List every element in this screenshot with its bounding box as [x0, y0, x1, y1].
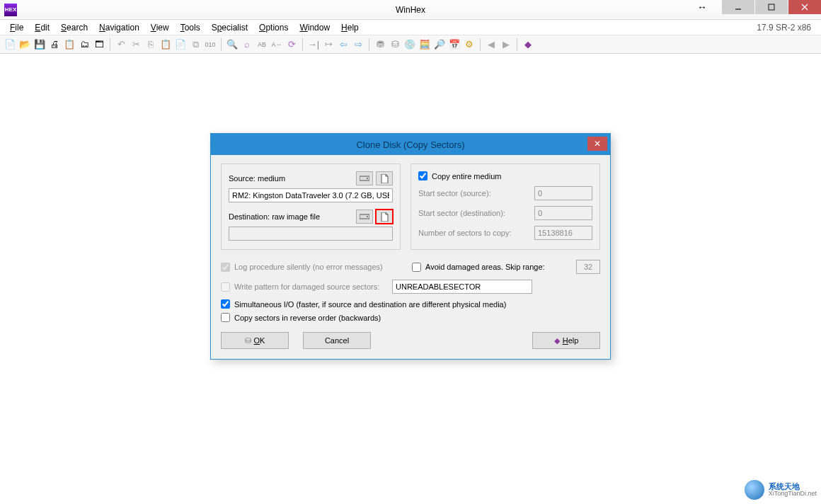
copy-entire-label: Copy entire medium [432, 172, 501, 181]
sector-range-group: Copy entire medium Start sector (source)… [411, 164, 600, 250]
write-pattern-label: Write pattern for damaged source sectors… [234, 282, 379, 291]
source-label: Source: medium [229, 174, 353, 183]
replace-hex-icon[interactable]: A↔ [270, 38, 284, 52]
toolbar-separator [480, 38, 481, 51]
clone-disk-icon[interactable]: ⛁ [388, 38, 402, 52]
start-dest-label: Start sector (destination): [418, 209, 534, 217]
properties-icon[interactable]: 📋 [62, 38, 76, 52]
source-dest-group: Source: medium Destination: raw image fi… [221, 164, 401, 250]
app-icon: HEX [4, 4, 17, 16]
undo-icon[interactable]: ↶ [114, 38, 128, 52]
menu-view[interactable]: View [145, 23, 175, 33]
help-icon[interactable]: ◆ [521, 38, 535, 52]
ok-button[interactable]: ⛁ OK [221, 332, 289, 349]
save-icon[interactable]: 💾 [33, 38, 47, 52]
source-disk-button[interactable] [356, 171, 373, 185]
disk-image-icon[interactable]: 💿 [403, 38, 417, 52]
clone-disk-dialog: Clone Disk (Copy Sectors) ✕ Source: medi… [210, 133, 611, 360]
new-file-icon[interactable]: 📄 [3, 38, 17, 52]
disk-tools-icon[interactable]: ⛃ [373, 38, 387, 52]
reverse-order-label: Copy sectors in reverse order (backwards… [234, 314, 381, 322]
source-file-button[interactable] [376, 171, 393, 185]
copy-icon[interactable]: ⎘ [144, 38, 158, 52]
app-title: WinHex [396, 5, 425, 15]
find-hex-icon[interactable]: ⌕ [240, 38, 254, 52]
menu-edit[interactable]: Edit [29, 23, 55, 33]
maximize-button[interactable] [755, 0, 788, 14]
dialog-titlebar[interactable]: Clone Disk (Copy Sectors) ✕ [211, 134, 610, 155]
back-icon[interactable]: ⇦ [336, 38, 350, 52]
start-source-input [534, 186, 592, 200]
disk-icon [360, 213, 369, 220]
watermark: 系统天地 XiTongTianDi.net [745, 480, 817, 500]
menu-navigation[interactable]: Navigation [93, 23, 145, 33]
pattern-input[interactable] [392, 280, 532, 294]
options-block: Log procedure silently (no error message… [221, 260, 600, 322]
avoid-damaged-checkbox[interactable] [412, 263, 421, 272]
main-titlebar: HEX WinHex ↔ [0, 0, 821, 20]
menu-specialist[interactable]: Specialist [206, 23, 253, 33]
copy-block-icon[interactable]: ⧉ [188, 38, 202, 52]
file-icon [381, 174, 389, 183]
cancel-button[interactable]: Cancel [303, 332, 371, 349]
settings-icon[interactable]: ⚙ [462, 38, 476, 52]
avoid-damaged-label: Avoid damaged areas. Skip range: [425, 263, 545, 271]
toolbar-separator [369, 38, 369, 51]
position-back-icon[interactable]: ◀ [484, 38, 498, 52]
reverse-order-checkbox[interactable] [221, 313, 230, 322]
menu-search[interactable]: Search [55, 23, 93, 33]
paste-icon[interactable]: 📋 [159, 38, 173, 52]
go-to-offset-icon[interactable]: →| [306, 38, 321, 52]
replace-text-icon[interactable]: AB [255, 38, 269, 52]
cut-icon[interactable]: ✂ [129, 38, 143, 52]
menu-window[interactable]: Window [294, 23, 335, 33]
dialog-close-button[interactable]: ✕ [587, 137, 607, 151]
binary-icon[interactable]: 010 [203, 38, 217, 52]
forward-icon[interactable]: ⇨ [351, 38, 365, 52]
simultaneous-io-checkbox[interactable] [221, 299, 230, 309]
help-button[interactable]: ◆ Help [532, 332, 600, 349]
clipboard-icon[interactable]: 📄 [173, 38, 188, 52]
log-silently-label: Log procedure silently (no error message… [234, 263, 383, 271]
find-again-icon[interactable]: ⟳ [285, 38, 299, 52]
find-text-icon[interactable]: 🔍 [225, 38, 239, 52]
calendar-icon[interactable]: 📅 [447, 38, 461, 52]
svg-point-5 [367, 178, 368, 179]
copy-entire-checkbox[interactable] [418, 171, 427, 181]
menu-file[interactable]: File [4, 23, 29, 33]
minimize-button[interactable] [722, 0, 754, 14]
calculator-icon[interactable]: 🧮 [418, 38, 432, 52]
resize-handle-icon[interactable]: ↔ [693, 0, 711, 14]
skip-range-input [576, 260, 600, 274]
print-icon[interactable]: 🖨 [47, 38, 62, 52]
toolbar: 📄 📂 💾 🖨 📋 🗂 🗔 ↶ ✂ ⎘ 📋 📄 ⧉ 010 🔍 ⌕ AB A↔ … [0, 35, 821, 54]
analyze-icon[interactable]: 🔎 [432, 38, 447, 52]
svg-rect-1 [769, 4, 774, 10]
start-dest-input [534, 206, 592, 220]
dialog-buttons: ⛁ OK Cancel ◆ Help [221, 332, 600, 349]
menu-options[interactable]: Options [253, 23, 294, 33]
help-icon: ◆ [554, 336, 560, 345]
dest-disk-button[interactable] [356, 210, 373, 224]
open-disk-icon[interactable]: 🗂 [77, 38, 91, 52]
write-pattern-checkbox [221, 282, 230, 292]
num-sectors-input [534, 226, 592, 240]
menu-help[interactable]: Help [335, 23, 364, 33]
dest-file-button[interactable] [376, 210, 393, 224]
dest-input[interactable] [229, 227, 393, 241]
open-ram-icon[interactable]: 🗔 [92, 38, 106, 52]
dialog-title: Clone Disk (Copy Sectors) [356, 139, 464, 150]
log-silently-checkbox [221, 263, 230, 272]
position-fwd-icon[interactable]: ▶ [499, 38, 513, 52]
toolbar-separator [302, 38, 303, 51]
version-label: 17.9 SR-2 x86 [757, 23, 817, 33]
disk-stack-icon: ⛁ [245, 336, 251, 345]
dest-label: Destination: raw image file [229, 212, 353, 221]
go-to-sector-icon[interactable]: ↦ [321, 38, 335, 52]
menu-tools[interactable]: Tools [175, 23, 206, 33]
close-button[interactable] [788, 0, 821, 14]
simultaneous-io-label: Simultaneous I/O (faster, if source and … [234, 300, 506, 309]
open-folder-icon[interactable]: 📂 [18, 38, 32, 52]
svg-point-7 [367, 216, 368, 217]
source-input[interactable] [229, 188, 393, 202]
